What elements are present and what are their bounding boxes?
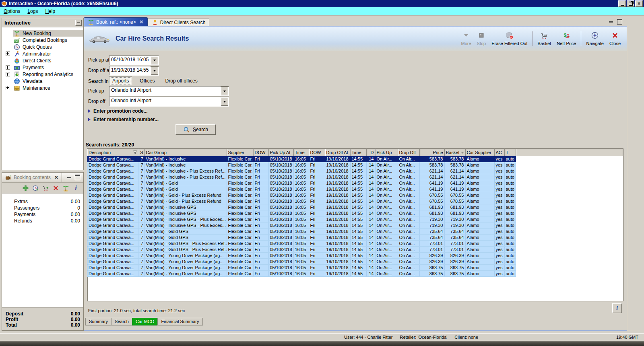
column-header-car_group[interactable]: Car Group: [144, 149, 227, 156]
tab-direct-clients-search[interactable]: Direct Clients Search: [148, 18, 210, 26]
tree-expander-icon[interactable]: [6, 72, 10, 76]
tree-expander-icon[interactable]: [6, 51, 10, 56]
table-row[interactable]: Dodge Grand Carava...7Van(Mini) - Gold G…: [87, 241, 623, 247]
table-row[interactable]: Dodge Grand Carava...7Van(Mini) - Young …: [87, 265, 623, 271]
table-row[interactable]: Dodge Grand Carava...7Van(Mini) - Inclus…: [87, 156, 623, 162]
minimize-button[interactable]: [618, 0, 626, 7]
column-header-supplier[interactable]: Supplier: [227, 149, 253, 156]
column-header-basket[interactable]: Basket: [444, 149, 465, 156]
bottom-tab-financial-summary[interactable]: Financial Summary: [157, 318, 202, 325]
membership-number-expander[interactable]: Enter membership number...: [88, 117, 159, 122]
column-header-d[interactable]: D: [366, 149, 375, 156]
sidebar-item-new-booking[interactable]: New Booking: [2, 30, 83, 37]
info-icon[interactable]: i: [72, 185, 79, 192]
column-header-time2[interactable]: Time: [350, 149, 366, 156]
chevron-down-icon[interactable]: [221, 87, 228, 95]
column-header-dropoff[interactable]: Drop Off: [398, 149, 419, 156]
sidebar-item-payments[interactable]: Payments: [2, 64, 83, 71]
column-header-time1[interactable]: Time: [293, 149, 309, 156]
toolbar-button-nett-price[interactable]: $Nett Price: [554, 29, 579, 48]
column-header-ac[interactable]: AC: [494, 149, 504, 156]
column-header-pickup[interactable]: Pick Up: [375, 149, 398, 156]
delete-icon[interactable]: [52, 185, 59, 192]
table-row[interactable]: Dodge Grand Carava...7Van(Mini) - Inclus…: [87, 204, 623, 210]
pickup-value[interactable]: Orlando Intl Airport: [109, 86, 221, 96]
sidebar-item-completed-bookings[interactable]: Completed Bookings: [2, 37, 83, 43]
column-header-price[interactable]: Price: [419, 149, 444, 156]
column-header-t[interactable]: T: [504, 149, 516, 156]
column-header-car_supplier[interactable]: Car Supplier: [465, 149, 494, 156]
tree-expander-icon[interactable]: [6, 65, 10, 70]
close-button[interactable]: ×: [635, 0, 643, 7]
pickup-at-value[interactable]: 05/10/2018 16:05: [109, 56, 151, 65]
table-row[interactable]: Dodge Grand Carava...7Van(Mini) - Young …: [87, 271, 623, 277]
info-button[interactable]: i: [612, 303, 622, 313]
table-row[interactable]: Dodge Grand Carava...7Van(Mini) - Gold G…: [87, 229, 623, 235]
table-row[interactable]: Dodge Grand Carava...7Van(Mini) - Gold G…: [87, 235, 623, 241]
toolbar-button-navigate[interactable]: Navigate: [583, 29, 606, 48]
bottom-tab-search[interactable]: Search: [111, 318, 132, 325]
pickup-combo[interactable]: Orlando Intl Airport: [109, 86, 229, 96]
toolbar-button-close[interactable]: Close: [607, 29, 623, 48]
table-row[interactable]: Dodge Grand Carava...7Van(Mini) - Young …: [87, 259, 623, 265]
table-row[interactable]: Dodge Grand Carava...7Van(Mini) - Inclus…: [87, 162, 623, 168]
bottom-tab-summary[interactable]: Summary: [85, 318, 111, 325]
panel-minimize-icon[interactable]: [609, 21, 613, 23]
dropoff-at-combo[interactable]: 19/10/2018 14:55: [109, 66, 159, 76]
table-row[interactable]: Dodge Grand Carava...7Van(Mini) - Gold -…: [87, 198, 623, 204]
sidebar-item-viewdata[interactable]: Viewdata: [2, 78, 83, 84]
panel-minimize-icon[interactable]: [67, 177, 71, 178]
dropoff-at-value[interactable]: 19/10/2018 14:55: [109, 66, 151, 75]
sidebar-item-maintenance[interactable]: Maintenance: [2, 84, 83, 91]
sidebar-item-direct-clients[interactable]: Direct Clients: [2, 57, 83, 64]
sidebar-item-quick-quotes[interactable]: Quick Quotes: [2, 43, 83, 50]
chevron-down-icon[interactable]: [221, 97, 228, 106]
palm-icon[interactable]: [62, 185, 69, 192]
add-icon[interactable]: [22, 185, 29, 192]
booking-contents-tab[interactable]: Booking contents ✕: [2, 173, 62, 182]
table-row[interactable]: Dodge Grand Carava...7Van(Mini) - Inclus…: [87, 174, 623, 180]
table-row[interactable]: Dodge Grand Carava...7Van(Mini) - Inclus…: [87, 168, 623, 174]
table-row[interactable]: Dodge Grand Carava...7Van(Mini) - Inclus…: [87, 222, 623, 229]
toolbar-button-erase-filtered-out[interactable]: Erase Filtered Out: [489, 29, 530, 48]
dropoff-combo[interactable]: Orlando Intl Airport: [109, 97, 229, 107]
search-in-option-drop-off-offices[interactable]: Drop off offices: [162, 77, 200, 85]
pickup-at-combo[interactable]: 05/10/2018 16:05: [109, 56, 159, 65]
dropoff-value[interactable]: Orlando Intl Airport: [109, 97, 221, 106]
column-header-pickup_at[interactable]: Pick Up At: [268, 149, 293, 156]
table-row[interactable]: Dodge Grand Carava...7Van(Mini) - Inclus…: [87, 210, 623, 216]
panel-maximize-icon[interactable]: [75, 175, 80, 180]
tab-close-icon[interactable]: [139, 20, 144, 24]
tree-expander-icon[interactable]: [6, 86, 10, 90]
chevron-down-icon[interactable]: [151, 67, 158, 75]
search-in-option-offices[interactable]: Offices: [137, 77, 157, 85]
table-row[interactable]: Dodge Grand Carava...7Van(Mini) - Young …: [87, 253, 623, 259]
cart-add-icon[interactable]: [42, 185, 49, 192]
table-row[interactable]: Dodge Grand Carava...7Van(Mini) - Gold G…: [87, 247, 623, 253]
table-row[interactable]: Dodge Grand Carava...7Van(Mini) - Gold -…: [87, 192, 623, 198]
search-in-option-airports[interactable]: Airports: [109, 76, 132, 85]
collapse-panel-button[interactable]: [75, 20, 82, 26]
menu-item-help[interactable]: Help: [41, 8, 59, 15]
chevron-down-icon[interactable]: [151, 56, 158, 64]
table-row[interactable]: Dodge Grand Carava...7Van(Mini) - GoldFl…: [87, 180, 623, 186]
menu-item-options[interactable]: Options: [0, 8, 24, 15]
search-button[interactable]: Search: [175, 124, 216, 135]
restore-button[interactable]: [627, 0, 634, 7]
sidebar-item-reporting-and-analytics[interactable]: Reporting and Analytics: [2, 71, 83, 78]
toolbar-button-basket[interactable]: Basket: [535, 29, 554, 48]
menu-item-logs[interactable]: Logs: [24, 8, 41, 15]
tab-book-ref-none[interactable]: Book. ref.: <none>: [84, 17, 148, 26]
close-panel-icon[interactable]: ✕: [54, 175, 58, 180]
sidebar-item-administrator[interactable]: Administrator: [2, 50, 83, 57]
column-header-s[interactable]: S: [138, 149, 144, 156]
promotion-code-expander[interactable]: Enter promotion code...: [88, 108, 148, 114]
column-header-dow2[interactable]: DOW: [309, 149, 325, 156]
column-header-dropoff_at[interactable]: Drop Off At: [325, 149, 350, 156]
column-header-description[interactable]: Description: [87, 149, 138, 156]
table-row[interactable]: Dodge Grand Carava...7Van(Mini) - Inclus…: [87, 216, 623, 222]
refresh-icon[interactable]: [32, 185, 39, 192]
column-header-dow1[interactable]: DOW: [253, 149, 268, 156]
table-row[interactable]: Dodge Grand Carava...7Van(Mini) - GoldFl…: [87, 186, 623, 192]
bottom-tab-car-mco[interactable]: Car MCO: [132, 318, 158, 325]
